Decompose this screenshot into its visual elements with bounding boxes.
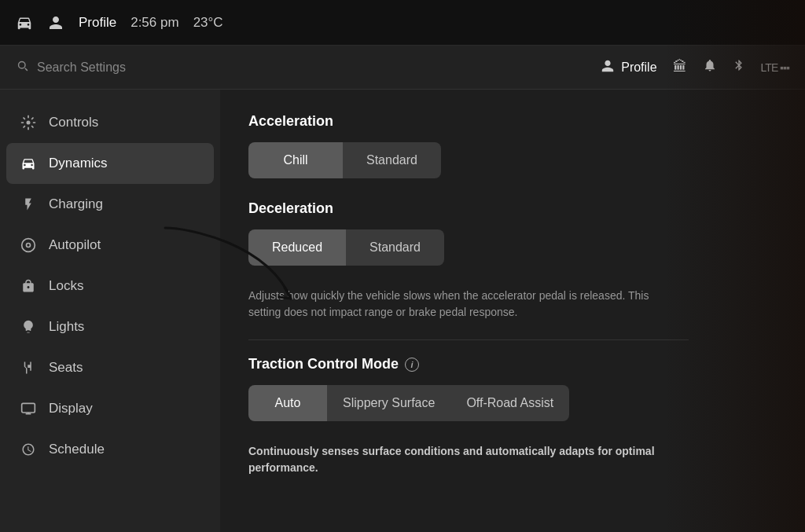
acceleration-standard-button[interactable]: Standard [343,142,441,178]
traction-offroad-button[interactable]: Off-Road Assist [450,385,569,421]
deceleration-section: Deceleration Reduced Standard Adjusts ho… [248,200,777,321]
status-profile-label: Profile [79,15,116,31]
traction-control-section: Traction Control Mode i Auto Slippery Su… [248,356,777,476]
header-right: Profile 🏛 LTE ▪▪▪ [601,58,789,76]
status-temp: 23°C [193,15,223,31]
sidebar-label-schedule: Schedule [49,442,105,457]
deceleration-reduced-button[interactable]: Reduced [248,229,346,266]
bell-icon[interactable] [703,58,717,76]
dynamics-icon [19,154,38,173]
signal-icon: LTE ▪▪▪ [761,61,789,74]
sidebar-item-locks[interactable]: Locks [0,266,220,306]
acceleration-button-group: Chill Standard [248,142,777,178]
traction-auto-button[interactable]: Auto [248,385,327,421]
car-icon [16,14,33,31]
acceleration-title: Acceleration [248,113,777,130]
sidebar: Controls Dynamics Charging Autopilot Loc [0,90,220,532]
locks-icon [19,277,38,295]
sidebar-label-display: Display [49,401,93,416]
sidebar-item-schedule[interactable]: Schedule [0,429,220,470]
svg-rect-3 [22,403,35,413]
section-divider [248,339,689,340]
sidebar-label-charging: Charging [49,196,103,212]
deceleration-standard-button[interactable]: Standard [346,229,444,266]
charging-icon [19,195,38,214]
autopilot-icon [19,236,38,255]
profile-icon-status [47,14,64,31]
header-profile-icon [601,59,615,76]
acceleration-section: Acceleration Chill Standard [248,113,777,178]
controls-icon [19,113,38,132]
traction-slippery-button[interactable]: Slippery Surface [327,385,450,421]
search-bar-row: Search Settings Profile 🏛 LTE ▪▪▪ [0,46,805,90]
sidebar-label-autopilot: Autopilot [49,237,101,253]
svg-point-2 [27,244,31,248]
deceleration-description: Adjusts how quickly the vehicle slows wh… [248,288,657,321]
sidebar-item-controls[interactable]: Controls [0,102,220,143]
sidebar-label-lights: Lights [49,319,84,335]
svg-point-0 [27,121,31,125]
sidebar-item-lights[interactable]: Lights [0,306,220,347]
content-area: Acceleration Chill Standard Deceleration… [220,90,805,532]
lights-icon [19,317,38,336]
svg-point-1 [22,239,35,252]
traction-button-group: Auto Slippery Surface Off-Road Assist [248,385,777,421]
schedule-icon [19,440,38,459]
status-bar: Profile 2:56 pm 23°C [0,0,805,46]
deceleration-title: Deceleration [248,200,777,217]
building-icon: 🏛 [673,59,687,75]
main-layout: Controls Dynamics Charging Autopilot Loc [0,90,805,532]
search-placeholder-text: Search Settings [37,61,126,75]
traction-title: Traction Control Mode [248,356,399,372]
bluetooth-icon[interactable] [733,59,745,75]
status-time: 2:56 pm [130,15,178,31]
sidebar-item-display[interactable]: Display [0,388,220,429]
sidebar-label-locks: Locks [49,278,83,294]
search-area[interactable]: Search Settings [16,59,591,75]
traction-description: Continuously senses surface conditions a… [248,443,657,476]
sidebar-item-autopilot[interactable]: Autopilot [0,225,220,266]
sidebar-label-controls: Controls [49,115,98,130]
deceleration-button-group: Reduced Standard [248,229,777,266]
sidebar-label-dynamics: Dynamics [49,156,108,171]
search-icon [16,59,29,75]
sidebar-item-dynamics[interactable]: Dynamics [6,143,214,184]
display-icon [19,399,38,418]
header-profile-label: Profile [621,61,656,75]
traction-info-icon[interactable]: i [405,358,419,372]
sidebar-item-seats[interactable]: Seats [0,347,220,388]
traction-title-row: Traction Control Mode i [248,356,777,372]
sidebar-label-seats: Seats [49,360,83,376]
header-profile[interactable]: Profile [601,59,656,76]
acceleration-chill-button[interactable]: Chill [248,142,343,178]
sidebar-item-charging[interactable]: Charging [0,184,220,225]
seats-icon [19,358,38,377]
